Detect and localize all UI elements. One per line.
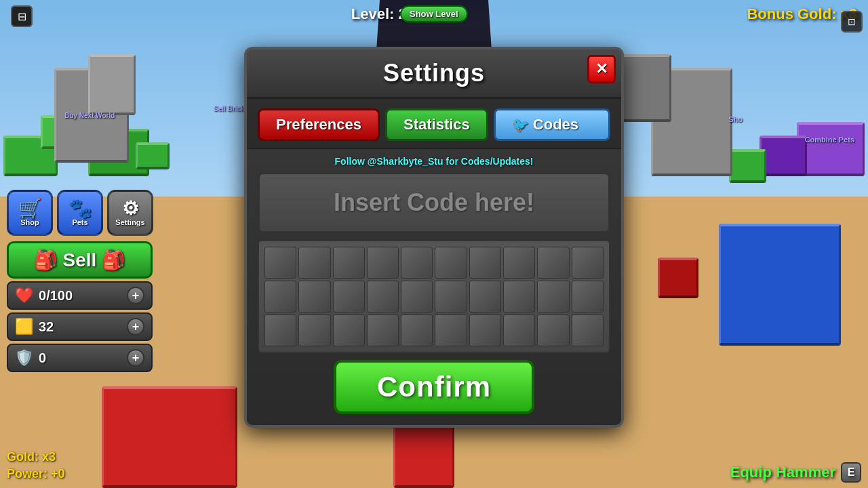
lego-stud (298, 314, 330, 346)
lego-stud (367, 247, 399, 279)
codes-label: Codes (533, 116, 578, 134)
lego-stud (401, 314, 433, 346)
lego-stud (367, 314, 399, 346)
lego-stud (333, 247, 365, 279)
lego-grid (258, 240, 610, 354)
lego-stud (503, 314, 535, 346)
lego-stud (435, 281, 467, 312)
lego-stud (572, 281, 604, 312)
modal-overlay: Settings ✕ Preferences Statistics 🐦 Code… (0, 0, 868, 488)
lego-stud (469, 281, 501, 312)
lego-stud (401, 247, 433, 279)
tab-preferences[interactable]: Preferences (258, 108, 380, 141)
lego-stud (572, 314, 604, 346)
lego-stud (469, 314, 501, 346)
lego-stud (264, 281, 296, 312)
modal-title: Settings (383, 59, 485, 87)
lego-stud (469, 247, 501, 279)
tab-statistics[interactable]: Statistics (385, 108, 488, 141)
code-input-area[interactable] (258, 172, 610, 233)
follow-text: Follow @Sharkbyte_Stu for Codes/Updates! (247, 149, 621, 172)
twitter-icon: 🐦 (512, 117, 529, 133)
lego-stud (298, 247, 330, 279)
lego-stud (537, 314, 569, 346)
lego-stud (503, 281, 535, 312)
lego-stud (333, 281, 365, 312)
tab-codes[interactable]: 🐦 Codes (494, 108, 610, 141)
lego-stud (537, 247, 569, 279)
modal-close-button[interactable]: ✕ (587, 55, 616, 83)
settings-modal: Settings ✕ Preferences Statistics 🐦 Code… (244, 47, 624, 428)
lego-stud (435, 247, 467, 279)
confirm-button[interactable]: Confirm (334, 360, 534, 414)
lego-stud (298, 281, 330, 312)
lego-stud (572, 247, 604, 279)
lego-stud (401, 281, 433, 312)
lego-stud (264, 247, 296, 279)
lego-stud (264, 314, 296, 346)
modal-tabs: Preferences Statistics 🐦 Codes (247, 99, 621, 149)
lego-stud (367, 281, 399, 312)
lego-stud (333, 314, 365, 346)
lego-stud (537, 281, 569, 312)
lego-stud (503, 247, 535, 279)
code-input-field[interactable] (273, 188, 595, 217)
lego-stud (435, 314, 467, 346)
modal-title-bar: Settings (247, 49, 621, 99)
